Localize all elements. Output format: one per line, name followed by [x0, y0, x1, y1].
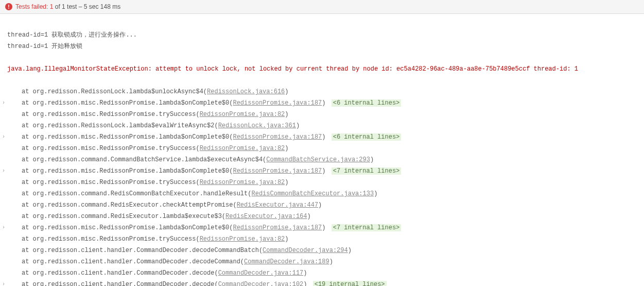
frame-method: at org.redisson.command.RedisExecutor.ch…: [22, 201, 237, 209]
fail-label: Tests failed:: [15, 3, 48, 10]
frame-method: at org.redisson.misc.RedissonPromise.try…: [22, 179, 200, 186]
frame-method: at org.redisson.misc.RedissonPromise.lam…: [22, 99, 233, 107]
stack-frame: at org.redisson.RedissonLock.lambda$unlo…: [0, 86, 644, 97]
source-link[interactable]: RedisCommonBatchExecutor.java:133: [251, 190, 374, 197]
source-link[interactable]: CommandDecoder.java:102: [218, 281, 304, 286]
stack-text: at org.redisson.command.RedisCommonBatch…: [7, 188, 644, 199]
stack-frame: at org.redisson.client.handler.CommandDe…: [0, 245, 644, 256]
source-link[interactable]: RedissonPromise.java:187: [233, 99, 322, 107]
stack-text: at org.redisson.client.handler.CommandDe…: [7, 256, 644, 267]
expand-toggle[interactable]: ›: [0, 279, 7, 286]
stack-frame: at org.redisson.RedissonLock.lambda$eval…: [0, 120, 644, 131]
stack-text: at org.redisson.misc.RedissonPromise.lam…: [7, 131, 644, 143]
frame-method: at org.redisson.command.RedisExecutor.la…: [22, 213, 225, 220]
internal-lines-badge[interactable]: <19 internal lines>: [313, 281, 387, 286]
stack-text: at org.redisson.client.handler.CommandDe…: [7, 267, 644, 279]
expand-toggle[interactable]: ›: [0, 131, 7, 143]
stack-text: at org.redisson.misc.RedissonPromise.lam…: [7, 97, 644, 109]
stack-text: at org.redisson.command.RedisExecutor.la…: [7, 211, 644, 222]
source-link[interactable]: RedissonLock.java:616: [207, 88, 285, 95]
frame-method: at org.redisson.misc.RedissonPromise.try…: [22, 111, 200, 118]
source-link[interactable]: CommandDecoder.java:189: [244, 258, 329, 265]
source-link[interactable]: RedissonPromise.java:187: [233, 167, 322, 175]
duration: 5 sec 148 ms: [84, 3, 120, 10]
frame-method: at org.redisson.client.handler.CommandDe…: [22, 281, 218, 286]
stack-frame: at org.redisson.misc.RedissonPromise.try…: [0, 143, 644, 154]
internal-lines-badge[interactable]: <6 internal lines>: [332, 133, 402, 141]
console-output: thread-id=1 获取锁成功，进行业务操作... thread-id=1 …: [0, 14, 644, 286]
frame-method: at org.redisson.client.handler.CommandDe…: [22, 270, 218, 277]
stack-frame: at org.redisson.client.handler.CommandDe…: [0, 267, 644, 279]
stack-frame: at org.redisson.misc.RedissonPromise.try…: [0, 233, 644, 245]
stack-frame: at org.redisson.misc.RedissonPromise.try…: [0, 109, 644, 120]
status-text: Tests failed: 1 of 1 test – 5 sec 148 ms: [15, 3, 120, 10]
frame-method: at org.redisson.misc.RedissonPromise.lam…: [22, 167, 233, 175]
stack-frame: at org.redisson.command.RedisCommonBatch…: [0, 188, 644, 199]
expand-toggle[interactable]: ›: [0, 222, 7, 233]
source-link[interactable]: RedissonPromise.java:187: [233, 133, 322, 141]
stack-text: at org.redisson.misc.RedissonPromise.try…: [7, 109, 644, 120]
internal-lines-badge[interactable]: <7 internal lines>: [332, 167, 402, 175]
stack-text: at org.redisson.misc.RedissonPromise.try…: [7, 177, 644, 188]
source-link[interactable]: RedissonPromise.java:82: [200, 235, 285, 243]
stack-text: at org.redisson.command.CommandBatchServ…: [7, 154, 644, 165]
source-link[interactable]: RedisExecutor.java:164: [225, 213, 307, 220]
test-status-bar: ! Tests failed: 1 of 1 test – 5 sec 148 …: [0, 0, 644, 14]
source-link[interactable]: CommandBatchService.java:293: [266, 156, 370, 163]
source-link[interactable]: RedissonPromise.java:82: [200, 111, 285, 118]
source-link[interactable]: CommandDecoder.java:294: [263, 247, 348, 254]
expand-toggle[interactable]: ›: [0, 97, 7, 109]
stack-frame: at org.redisson.command.RedisExecutor.ch…: [0, 199, 644, 211]
of-text: of 1 test: [53, 3, 77, 10]
expand-toggle[interactable]: ›: [0, 165, 7, 177]
stack-frame: ›at org.redisson.client.handler.CommandD…: [0, 279, 644, 286]
fail-icon: !: [5, 3, 12, 10]
frame-method: at org.redisson.RedissonLock.lambda$eval…: [22, 122, 218, 129]
stack-text: at org.redisson.misc.RedissonPromise.lam…: [7, 222, 644, 233]
log-line: thread-id=1 开始释放锁: [0, 41, 644, 52]
stack-text: at org.redisson.misc.RedissonPromise.try…: [7, 143, 644, 154]
stack-text: at org.redisson.RedissonLock.lambda$eval…: [7, 120, 644, 131]
stack-text: at org.redisson.misc.RedissonPromise.try…: [7, 233, 644, 245]
stack-text: at org.redisson.client.handler.CommandDe…: [7, 279, 644, 286]
source-link[interactable]: RedisExecutor.java:447: [237, 201, 318, 209]
stack-frame: ›at org.redisson.misc.RedissonPromise.la…: [0, 222, 644, 233]
frame-method: at org.redisson.command.CommandBatchServ…: [22, 156, 266, 163]
internal-lines-badge[interactable]: <7 internal lines>: [332, 224, 402, 231]
stack-text: at org.redisson.RedissonLock.lambda$unlo…: [7, 86, 644, 97]
source-link[interactable]: RedissonLock.java:361: [218, 122, 296, 129]
log-line: thread-id=1 获取锁成功，进行业务操作...: [0, 29, 644, 41]
stack-text: at org.redisson.client.handler.CommandDe…: [7, 245, 644, 256]
frame-method: at org.redisson.misc.RedissonPromise.lam…: [22, 133, 233, 141]
frame-method: at org.redisson.misc.RedissonPromise.lam…: [22, 224, 233, 231]
stack-frame: ›at org.redisson.misc.RedissonPromise.la…: [0, 97, 644, 109]
stack-frame: at org.redisson.misc.RedissonPromise.try…: [0, 177, 644, 188]
source-link[interactable]: RedissonPromise.java:82: [200, 145, 285, 152]
stack-frame: ›at org.redisson.misc.RedissonPromise.la…: [0, 131, 644, 143]
stack-text: at org.redisson.misc.RedissonPromise.lam…: [7, 165, 644, 177]
stack-frame: at org.redisson.command.CommandBatchServ…: [0, 154, 644, 165]
source-link[interactable]: RedissonPromise.java:82: [200, 179, 285, 186]
stack-frame: ›at org.redisson.misc.RedissonPromise.la…: [0, 165, 644, 177]
frame-method: at org.redisson.command.RedisCommonBatch…: [22, 190, 251, 197]
frame-method: at org.redisson.misc.RedissonPromise.try…: [22, 145, 200, 152]
exception-message: java.lang.IllegalMonitorStateException: …: [0, 63, 644, 75]
stack-frame: at org.redisson.command.RedisExecutor.la…: [0, 211, 644, 222]
frame-method: at org.redisson.client.handler.CommandDe…: [22, 247, 263, 254]
stack-text: at org.redisson.command.RedisExecutor.ch…: [7, 199, 644, 211]
frame-method: at org.redisson.misc.RedissonPromise.try…: [22, 235, 200, 243]
source-link[interactable]: CommandDecoder.java:117: [218, 270, 304, 277]
internal-lines-badge[interactable]: <6 internal lines>: [332, 99, 402, 107]
frame-method: at org.redisson.RedissonLock.lambda$unlo…: [22, 88, 207, 95]
source-link[interactable]: RedissonPromise.java:187: [233, 224, 322, 231]
dash: –: [77, 3, 83, 10]
stack-frame: at org.redisson.client.handler.CommandDe…: [0, 256, 644, 267]
frame-method: at org.redisson.client.handler.CommandDe…: [22, 258, 244, 265]
stack-trace: at org.redisson.RedissonLock.lambda$unlo…: [0, 86, 644, 286]
